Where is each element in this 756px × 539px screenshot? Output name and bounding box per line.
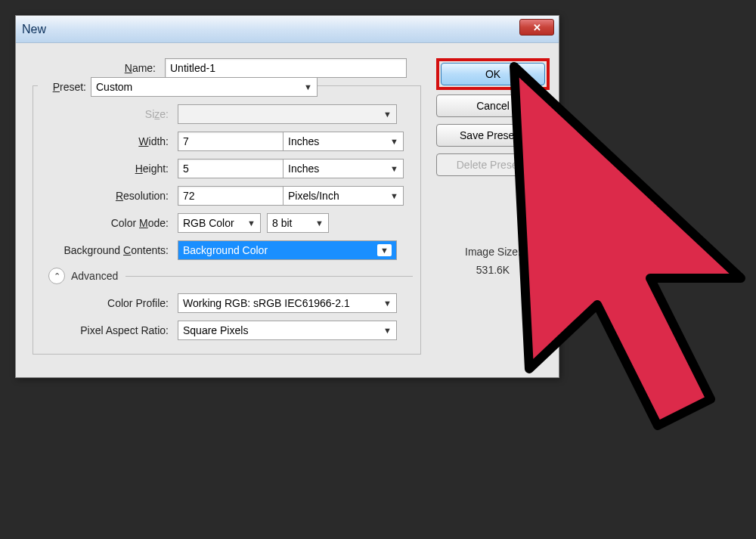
profile-dropdown[interactable]: Working RGB: sRGB IEC61966-2.1 ▼: [178, 293, 397, 313]
chevron-down-icon: ▼: [315, 218, 324, 228]
image-size-info: Image Size: 531.6K: [436, 243, 550, 280]
height-label: Height:: [38, 163, 178, 175]
image-size-value: 531.6K: [436, 262, 550, 280]
ok-highlight-box: OK: [436, 58, 550, 90]
ok-label: OK: [485, 68, 500, 80]
chevron-down-icon: ▼: [304, 82, 312, 91]
chevron-down-icon: ▼: [383, 326, 392, 335]
bg-label: Background Contents:: [38, 244, 178, 256]
height-unit-value: Inches: [288, 163, 319, 175]
preset-fieldset: Preset: Custom ▼ Size: ▼ Width:: [33, 85, 421, 355]
bitdepth-value: 8 bit: [272, 217, 292, 229]
divider: [125, 276, 413, 277]
resolution-unit-dropdown[interactable]: Pixels/Inch ▼: [283, 186, 404, 206]
pixelaspect-dropdown[interactable]: Square Pixels ▼: [178, 321, 397, 340]
save-preset-button[interactable]: Save Preset...: [436, 124, 550, 147]
width-unit-value: Inches: [288, 135, 319, 147]
left-pane: Name: Preset: Custom ▼ Size: ▼: [25, 58, 429, 355]
name-input[interactable]: [165, 58, 407, 78]
chevron-down-icon: ▼: [377, 244, 392, 256]
pixelaspect-value: Square Pixels: [183, 324, 248, 336]
colormode-dropdown[interactable]: RGB Color ▼: [178, 213, 261, 233]
width-label: Width:: [38, 135, 178, 147]
name-label: Name:: [25, 62, 165, 74]
delete-preset-label: Delete Preset...: [457, 159, 530, 171]
size-dropdown: ▼: [178, 104, 397, 124]
width-input[interactable]: [178, 132, 284, 151]
bg-value: Background Color: [183, 244, 268, 256]
advanced-label: Advanced: [71, 270, 118, 282]
height-unit-dropdown[interactable]: Inches ▼: [283, 159, 404, 178]
preset-dropdown[interactable]: Custom ▼: [91, 77, 318, 97]
titlebar[interactable]: New ✕: [16, 16, 559, 43]
pixelaspect-label: Pixel Aspect Ratio:: [38, 324, 178, 336]
advanced-header: ⌃ Advanced: [48, 268, 413, 284]
cancel-button[interactable]: Cancel: [436, 94, 550, 117]
profile-label: Color Profile:: [38, 297, 178, 309]
image-size-label: Image Size:: [436, 243, 550, 262]
dialog-title: New: [22, 23, 46, 36]
size-label: Size:: [38, 108, 178, 120]
dialog-body: Name: Preset: Custom ▼ Size: ▼: [16, 43, 559, 377]
advanced-toggle[interactable]: ⌃: [48, 268, 65, 284]
height-input[interactable]: [178, 159, 284, 178]
cancel-label: Cancel: [476, 100, 510, 112]
right-pane: OK Cancel Save Preset... Delete Preset..…: [429, 58, 550, 355]
chevron-down-icon: ▼: [383, 299, 392, 308]
chevron-down-icon: ▼: [390, 137, 398, 146]
colormode-value: RGB Color: [183, 217, 234, 229]
close-button[interactable]: ✕: [519, 19, 554, 36]
profile-value: Working RGB: sRGB IEC61966-2.1: [183, 297, 350, 309]
ok-button[interactable]: OK: [441, 63, 545, 85]
chevron-down-icon: ▼: [390, 191, 398, 200]
width-unit-dropdown[interactable]: Inches ▼: [283, 132, 404, 151]
preset-value: Custom: [96, 81, 132, 93]
bitdepth-dropdown[interactable]: 8 bit ▼: [267, 213, 329, 233]
chevron-up-icon: ⌃: [54, 271, 60, 281]
new-document-dialog: New ✕ Name: Preset: Custom ▼ Size:: [15, 15, 559, 378]
resolution-unit-value: Pixels/Inch: [288, 190, 339, 202]
resolution-input[interactable]: [178, 186, 284, 206]
close-icon: ✕: [533, 22, 541, 33]
resolution-label: Resolution:: [38, 190, 178, 202]
chevron-down-icon: ▼: [390, 164, 398, 173]
delete-preset-button: Delete Preset...: [436, 153, 550, 176]
preset-label: Preset:: [38, 81, 91, 93]
colormode-label: Color Mode:: [38, 217, 178, 229]
chevron-down-icon: ▼: [383, 110, 392, 119]
chevron-down-icon: ▼: [247, 218, 256, 228]
save-preset-label: Save Preset...: [460, 129, 526, 141]
bg-dropdown[interactable]: Background Color ▼: [178, 240, 397, 260]
